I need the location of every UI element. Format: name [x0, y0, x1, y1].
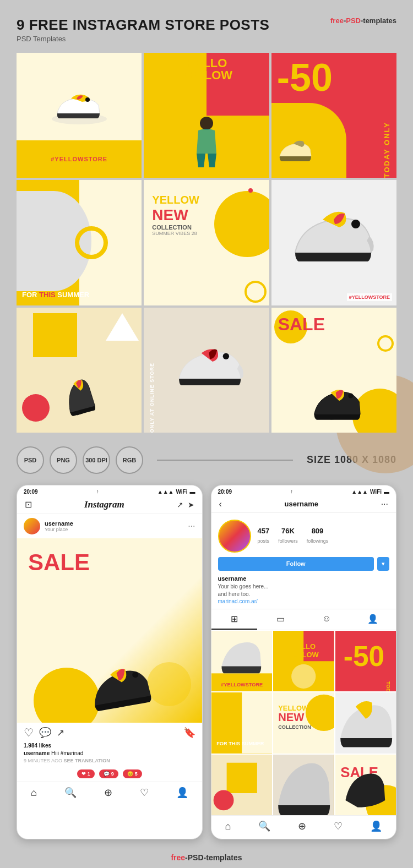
profile-more-button[interactable]: ··· [381, 499, 388, 509]
right-heart-icon[interactable]: ♡ [334, 820, 343, 832]
camera-icon[interactable]: ⊡ [25, 499, 32, 510]
badge-png: PNG [50, 446, 77, 474]
footer-free: free [171, 853, 185, 862]
followings-count: 809 [307, 527, 329, 535]
send-icon[interactable]: ➤ [188, 500, 194, 509]
footer-templates: -templates [204, 853, 242, 862]
red-circle-7 [22, 394, 50, 422]
grid-cell-9: SALE [271, 308, 396, 433]
bio-line2: and here too. [218, 591, 390, 598]
follow-button[interactable]: Follow [218, 557, 374, 571]
right-signal-icon: ▲▲▲ [351, 489, 368, 495]
left-status-bar: 20:09 ↑ ▲▲▲ WiFi ▬ [17, 485, 202, 497]
grid-cell-8: ONLY AT ONLINE STORE [144, 308, 269, 433]
brand-logo: free-PSD-templates [330, 17, 396, 25]
wifi-icon: WiFi [176, 489, 187, 495]
svg-point-14 [291, 664, 316, 689]
svg-text:FOR THIS SUMMER: FOR THIS SUMMER [216, 741, 264, 746]
profile-grid-cell-1[interactable]: #YELLOWSTORE [211, 631, 273, 692]
post-more-button[interactable]: ··· [188, 522, 195, 531]
pgc-5-inner: YELLOW NEW COLLECTION [273, 692, 334, 754]
comment-button[interactable]: 💬 [39, 727, 51, 739]
svg-point-3 [351, 220, 360, 228]
grid-cell-2: HELLOYELLOW [144, 53, 269, 178]
see-translation[interactable]: SEE TRANSLATION [64, 758, 110, 763]
notif-badge-3: 😊 5 [123, 769, 142, 778]
left-phone: 20:09 ↑ ▲▲▲ WiFi ▬ ⊡ Instagram ↗ ➤ [17, 485, 203, 840]
pgc-4-inner: FOR THIS SUMMER [211, 692, 273, 754]
svg-text:NEW: NEW [278, 711, 305, 723]
pgc-7-inner [211, 755, 273, 816]
profile-grid-cell-2[interactable]: HELLO YELLOW [273, 631, 334, 692]
post-location: Your place [45, 527, 73, 532]
bookmark-button[interactable]: 🔖 [183, 727, 195, 739]
grid-cell-3: -50 TODAY ONLY [271, 53, 396, 178]
collection-label: COLLECTION [152, 224, 199, 231]
right-wifi-icon: WiFi [370, 489, 382, 495]
svg-text:#YELLOWSTORE: #YELLOWSTORE [221, 682, 263, 687]
notification-bar: ❤ 1 💬 9 😊 5 [17, 765, 202, 782]
right-home-icon[interactable]: ⌂ [225, 821, 231, 832]
profile-grid-cell-4[interactable]: FOR THIS SUMMER [211, 692, 273, 754]
profile-tabs: ⊞ ▭ ☺ 👤 [211, 609, 396, 630]
post-time: 9 MINUTES AGO SEE TRANSLATION [17, 758, 202, 765]
right-profile-icon[interactable]: 👤 [370, 820, 382, 832]
tab-tag[interactable]: ☺ [303, 609, 350, 630]
stat-posts: 457 posts [258, 527, 270, 545]
hashtag-6: #YELLOWSTORE [347, 293, 392, 301]
svg-point-29 [213, 790, 233, 810]
profile-grid-cell-5[interactable]: YELLOW NEW COLLECTION [273, 692, 334, 754]
followings-label: followings [307, 538, 329, 544]
followers-label: followers [278, 538, 298, 544]
right-search-icon[interactable]: 🔍 [258, 820, 270, 832]
profile-grid-cell-3[interactable]: -50 TODAY [335, 631, 396, 692]
ring-outline-5 [244, 281, 267, 303]
grid-cell-7 [17, 308, 142, 433]
follow-row: Follow ▾ [218, 557, 390, 571]
svg-point-5 [349, 393, 354, 398]
badge-dpi: 300 DPI [83, 446, 110, 474]
shoe-visual-1 [49, 89, 110, 127]
grid-cell-1-inner: #YELLOWSTORE [17, 53, 142, 178]
post-image: SALE [17, 538, 202, 723]
svg-point-4 [223, 353, 229, 359]
profile-stats: 457 posts 76K followers 809 followings [258, 527, 390, 545]
svg-rect-28 [226, 763, 257, 793]
caption-username[interactable]: username [24, 750, 50, 756]
format-badges-row: PSD PNG 300 DPI RGB SIZE 1080 X 1080 [17, 446, 396, 474]
profile-bio: Your bio goes here... and here too. [218, 583, 390, 598]
grid-cell-1: #YELLOWSTORE [17, 53, 142, 178]
like-button[interactable]: ♡ [24, 726, 34, 739]
right-status-bar: 20:09 ↑ ▲▲▲ WiFi ▬ [211, 485, 396, 497]
yellow-text-5: YELLOW NEW COLLECTION SUMMER VIBES 28 [152, 194, 199, 236]
heart-nav-icon[interactable]: ♡ [140, 787, 149, 799]
tab-list[interactable]: ▭ [257, 609, 303, 630]
profile-link[interactable]: marinad.com.ar/ [218, 598, 390, 604]
follow-dropdown-button[interactable]: ▾ [377, 557, 389, 571]
signal-icon: ▲▲▲ [157, 489, 174, 495]
activity-icon[interactable]: ↗ [177, 500, 183, 509]
tab-person[interactable]: 👤 [350, 609, 396, 630]
right-add-icon[interactable]: ⊕ [298, 820, 306, 832]
profile-grid-cell-9[interactable]: SALE [335, 755, 396, 816]
brand-psd: PSD [346, 17, 361, 25]
search-nav-icon[interactable]: 🔍 [64, 787, 77, 799]
yellow-strip-1: #YELLOWSTORE [17, 140, 142, 178]
profile-grid-cell-6[interactable] [335, 692, 396, 754]
profile-name: username [218, 575, 390, 582]
notif-icon-3: 😊 [127, 771, 133, 777]
profile-grid-cell-7[interactable] [211, 755, 273, 816]
tab-grid[interactable]: ⊞ [211, 609, 258, 630]
add-nav-icon[interactable]: ⊕ [104, 787, 112, 799]
yellow-circle-5 [214, 191, 269, 257]
home-nav-icon[interactable]: ⌂ [31, 787, 37, 799]
person-silhouette [184, 115, 229, 172]
share-button[interactable]: ↗ [57, 727, 64, 739]
sale-text-9: SALE [278, 314, 325, 335]
profile-nav-icon[interactable]: 👤 [176, 787, 188, 799]
profile-grid-cell-8[interactable] [273, 755, 334, 816]
notif-count-1: 1 [88, 771, 90, 777]
post-username[interactable]: username [45, 520, 73, 527]
nav-right-icons: ↗ ➤ [177, 500, 194, 509]
right-bottom-nav: ⌂ 🔍 ⊕ ♡ 👤 [211, 815, 396, 839]
